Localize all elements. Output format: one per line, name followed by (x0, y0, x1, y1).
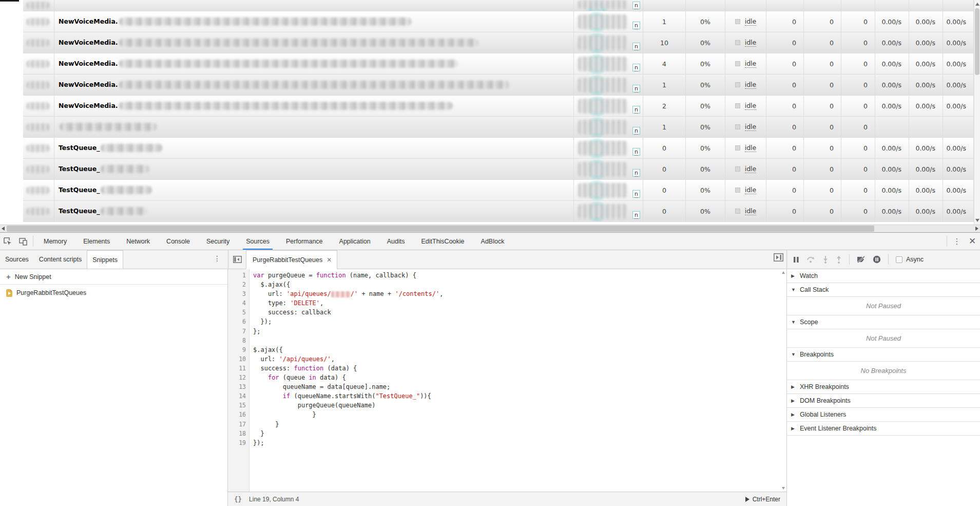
state-link[interactable]: idle (745, 81, 757, 89)
devtools-tab-adblock[interactable]: AdBlock (473, 233, 513, 250)
step-into-icon[interactable] (822, 256, 829, 264)
state-link[interactable]: idle (745, 144, 757, 152)
state-link[interactable]: idle (745, 102, 757, 110)
state-link[interactable]: idle (745, 17, 757, 26)
run-snippet-hint[interactable]: Ctrl+Enter (745, 496, 780, 503)
code-line[interactable]: url: 'api/queues//' + name + '/contents/… (253, 290, 786, 299)
queue-name-cell[interactable]: NewVoiceMedia. (54, 11, 573, 32)
deactivate-breakpoints-icon[interactable] (857, 256, 866, 263)
sidebar-section-event-listener-breakpoints[interactable]: ▶Event Listener Breakpoints (787, 422, 980, 435)
editor-vertical-scrollbar[interactable] (781, 269, 786, 492)
navigator-tab-content-scripts[interactable]: Content scripts (34, 250, 87, 269)
code-line[interactable]: for (queue in data) { (253, 374, 786, 383)
node-flag-link[interactable]: n (632, 169, 640, 177)
state-link[interactable]: idle (745, 123, 757, 131)
hide-navigator-icon[interactable] (228, 250, 246, 269)
node-flag-link[interactable]: n (632, 190, 640, 198)
state-link[interactable]: idle (745, 186, 757, 194)
queue-name-cell[interactable]: NewVoiceMedia. (54, 32, 573, 53)
devtools-menu-icon[interactable]: ⋮ (949, 233, 965, 250)
sidebar-section-dom-breakpoints[interactable]: ▶DOM Breakpoints (787, 394, 980, 407)
show-sidebar-icon[interactable] (774, 253, 783, 261)
queue-name-cell[interactable] (54, 117, 573, 137)
scroll-up-arrow-icon[interactable] (975, 3, 979, 6)
code-line[interactable]: }); (253, 439, 786, 448)
pause-on-exceptions-icon[interactable] (873, 255, 881, 264)
code-editor[interactable]: 12345678910111213141516171819 var purgeQ… (228, 269, 786, 492)
sidebar-section-breakpoints[interactable]: ▼Breakpoints (787, 348, 980, 361)
devtools-tab-application[interactable]: Application (331, 233, 379, 250)
device-toolbar-icon[interactable] (15, 233, 31, 250)
async-checkbox[interactable] (896, 256, 902, 263)
sidebar-section-call-stack[interactable]: ▼Call Stack (787, 283, 980, 296)
page-horizontal-scrollbar[interactable] (0, 224, 980, 232)
node-flag-link[interactable]: n (632, 64, 640, 71)
code-line[interactable]: queueName = data[queue].name; (253, 383, 786, 392)
code-line[interactable] (253, 337, 786, 346)
editor-tab-purgerabbittestqueues[interactable]: PurgeRabbitTestQueues ✕ (246, 250, 337, 269)
code-line[interactable]: }; (253, 328, 786, 337)
table-vertical-scrollbar[interactable] (974, 0, 980, 224)
devtools-tab-performance[interactable]: Performance (278, 233, 331, 250)
inspect-element-icon[interactable] (0, 233, 15, 250)
code-line[interactable]: purgeQueue(queueName) (253, 402, 786, 411)
node-flag-link[interactable]: n (632, 2, 640, 9)
node-flag-link[interactable]: n (632, 106, 640, 114)
horizontal-scrollbar-thumb[interactable] (7, 226, 874, 232)
devtools-tab-memory[interactable]: Memory (35, 233, 75, 250)
sidebar-section-xhr-breakpoints[interactable]: ▶XHR Breakpoints (787, 380, 980, 393)
code-line[interactable]: if (queueName.startsWith("TestQueue_")){ (253, 392, 786, 402)
state-link[interactable]: idle (745, 207, 757, 215)
code-line[interactable]: type: 'DELETE', (253, 299, 786, 309)
devtools-tab-sources[interactable]: Sources (238, 233, 278, 250)
node-flag-link[interactable]: n (632, 85, 640, 92)
code-line[interactable]: url: '/api/queues/', (253, 355, 786, 365)
snippet-item[interactable]: PurgeRabbitTestQueues (0, 285, 227, 301)
queue-name-cell[interactable] (54, 0, 573, 11)
state-link[interactable]: idle (745, 165, 757, 173)
pretty-print-icon[interactable]: {} (234, 495, 242, 503)
queue-name-cell[interactable]: NewVoiceMedia. (54, 53, 573, 74)
queue-name-cell[interactable]: TestQueue_ (54, 201, 573, 221)
step-over-icon[interactable] (806, 256, 815, 263)
new-snippet-button[interactable]: + New Snippet (0, 269, 227, 285)
state-link[interactable]: idle (745, 39, 757, 47)
code-line[interactable]: } (253, 421, 786, 430)
code-line[interactable]: $.ajax({ (253, 281, 786, 290)
node-flag-link[interactable]: n (632, 148, 640, 156)
scroll-up-arrow-icon[interactable] (782, 271, 785, 274)
scroll-right-arrow-icon[interactable] (975, 227, 978, 231)
sidebar-section-scope[interactable]: ▼Scope (787, 315, 980, 329)
queue-name-cell[interactable]: TestQueue_ (54, 159, 573, 179)
sidebar-section-global-listeners[interactable]: ▶Global Listeners (787, 408, 980, 421)
devtools-tab-audits[interactable]: Audits (379, 233, 413, 250)
scroll-down-arrow-icon[interactable] (782, 487, 785, 490)
node-flag-link[interactable]: n (632, 211, 640, 219)
navigator-tab-sources[interactable]: Sources (0, 250, 34, 269)
code-line[interactable]: }); (253, 318, 786, 327)
code-line[interactable]: $.ajax({ (253, 346, 786, 355)
queue-name-cell[interactable]: TestQueue_ (54, 138, 573, 158)
queue-name-cell[interactable]: NewVoiceMedia. (54, 74, 573, 95)
tab-close-icon[interactable]: ✕ (326, 256, 332, 264)
sidebar-section-watch[interactable]: ▶Watch (787, 269, 980, 283)
node-flag-link[interactable]: n (632, 127, 640, 135)
devtools-tab-security[interactable]: Security (198, 233, 238, 250)
pause-script-icon[interactable] (793, 256, 799, 263)
state-link[interactable]: idle (745, 60, 757, 68)
scroll-down-arrow-icon[interactable] (975, 219, 979, 222)
queue-name-cell[interactable]: NewVoiceMedia. (54, 96, 573, 116)
step-out-icon[interactable] (836, 256, 842, 264)
queue-name-cell[interactable]: TestQueue_ (54, 180, 573, 200)
code-line[interactable]: success: function (data) { (253, 365, 786, 374)
devtools-close-icon[interactable]: ✕ (965, 233, 980, 250)
code-line[interactable]: } (253, 411, 786, 420)
navigator-tab-snippets[interactable]: Snippets (87, 250, 123, 269)
scroll-left-arrow-icon[interactable] (2, 227, 5, 231)
node-flag-link[interactable]: n (632, 22, 640, 29)
devtools-tab-editthiscookie[interactable]: EditThisCookie (413, 233, 472, 250)
table-scrollbar-thumb[interactable] (975, 8, 979, 75)
code-line[interactable]: success: callback (253, 309, 786, 318)
code-line[interactable]: var purgeQueue = function (name, callbac… (253, 272, 786, 281)
devtools-tab-network[interactable]: Network (118, 233, 158, 250)
